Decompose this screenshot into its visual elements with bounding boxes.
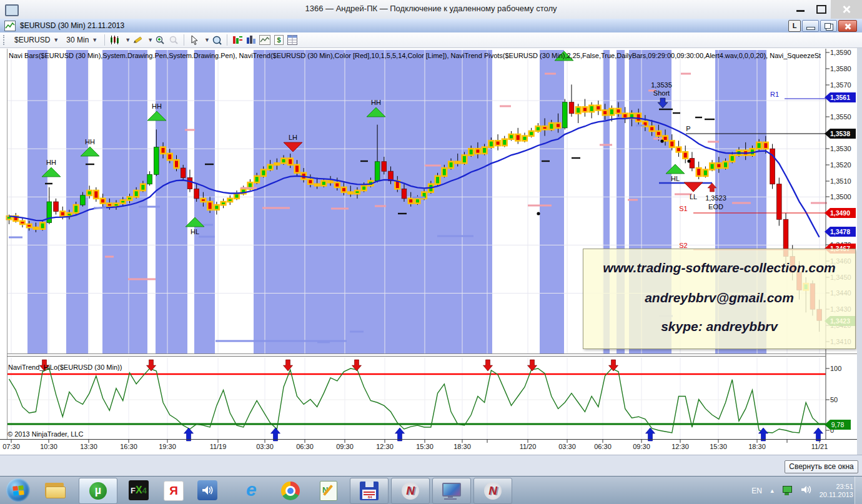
time-axis-label: 06:30: [594, 443, 612, 450]
clock-time: 23:51: [820, 483, 853, 491]
chevron-down-icon[interactable]: ▼: [147, 37, 153, 43]
link-button[interactable]: L: [788, 20, 801, 32]
notepad-plus-taskbar-icon[interactable]: N: [320, 481, 337, 501]
copyright-label: © 2013 NinjaTrader, LLC: [7, 430, 83, 438]
utorrent-icon: µ: [89, 482, 107, 500]
time-axis-label: 03:30: [558, 443, 576, 450]
price-axis-tick: 1,3510: [830, 177, 851, 185]
data-box-button[interactable]: [210, 34, 224, 46]
vendor-watermark: www.trading-software-collection.com andr…: [583, 249, 856, 349]
price-axis-tick: 1,3550: [830, 113, 851, 121]
time-axis-label: 09:30: [336, 443, 354, 450]
ninjatrader-taskbar-button[interactable]: N: [391, 478, 430, 504]
fx4-taskbar-icon[interactable]: FX4: [129, 480, 149, 500]
speaker-icon: [197, 480, 217, 500]
explorer-taskbar-icon[interactable]: [45, 483, 65, 498]
windows-logo-icon: [12, 485, 24, 496]
remote-desktop-screen: 1366 — Андрей-ПК — Подключение к удаленн…: [0, 0, 862, 504]
start-button[interactable]: [6, 478, 30, 502]
internet-explorer-taskbar-icon[interactable]: e: [246, 479, 257, 500]
rdp-titlebar: 1366 — Андрей-ПК — Подключение к удаленн…: [0, 0, 862, 19]
time-axis-label: 07:30: [2, 443, 20, 450]
system-tray: EN ▲ 23:51 20.11.2013: [751, 477, 853, 504]
time-axis-label: 11/21: [811, 443, 828, 450]
price-marker-1,3538: 1,3538: [825, 129, 856, 139]
ninjatrader2-taskbar-button[interactable]: N: [473, 478, 512, 504]
grid-table-button[interactable]: [285, 34, 299, 46]
time-axis-label: 18:30: [453, 443, 471, 450]
mini-chart-button[interactable]: [258, 34, 272, 46]
oscillator-panel-label: NaviTrend_HiLo($EURUSD (30 Min)): [8, 363, 122, 371]
ninjatrader-icon: N: [402, 482, 419, 500]
time-axis-label: 15:30: [710, 443, 727, 450]
watermark-skype: skype: andreybbrv: [583, 319, 855, 334]
rdp-maximize-button[interactable]: [811, 0, 831, 19]
svg-text:$: $: [277, 36, 280, 44]
time-axis-label: 06:30: [296, 443, 314, 450]
floppy-disk-icon: 64: [360, 482, 379, 500]
chart-restore-button[interactable]: [820, 20, 837, 32]
indicator-header: Navi Bars($EURUSD (30 Min),System.Drawin…: [9, 52, 821, 59]
rdp-minimize-button[interactable]: [791, 0, 811, 19]
toolbar-grip[interactable]: [3, 35, 7, 45]
yandex-taskbar-icon[interactable]: Я: [164, 481, 184, 501]
rdp-window-controls: [791, 0, 862, 19]
price-marker-1,3561: 1,3561: [825, 92, 856, 102]
instrument-dropdown[interactable]: $EURUSD ▼: [11, 34, 62, 46]
price-axis-tick: 1,3590: [830, 49, 851, 56]
volume-app-taskbar-icon[interactable]: [197, 480, 217, 500]
chart-style-button[interactable]: [108, 34, 122, 46]
toolbar-separator: [227, 34, 227, 46]
chart-minimize-button[interactable]: [802, 20, 819, 32]
oscillator-axis-tick: 50: [830, 396, 838, 403]
zoom-in-button[interactable]: [153, 34, 167, 46]
chevron-down-icon: ▼: [53, 37, 59, 43]
show-desktop-tooltip: Свернуть все окна: [785, 460, 858, 473]
taskbar: µ FX4 Я e N 64 N: [0, 476, 862, 504]
interval-dropdown[interactable]: 30 Min ▼: [62, 34, 101, 46]
network-tray-icon[interactable]: [783, 486, 793, 495]
save-tool-taskbar-button[interactable]: 64: [350, 478, 389, 504]
volume-tray-icon[interactable]: [801, 485, 812, 497]
watermark-url: www.trading-software-collection.com: [583, 260, 855, 275]
chart-trader-button[interactable]: [244, 34, 258, 46]
rdp-window-title: 1366 — Андрей-ПК — Подключение к удаленн…: [0, 4, 862, 13]
toolbar-separator: [184, 34, 184, 46]
yandex-icon: Я: [164, 481, 184, 501]
tray-expand-icon[interactable]: ▲: [770, 488, 775, 494]
folder-icon: [45, 483, 65, 498]
language-indicator[interactable]: EN: [751, 487, 762, 495]
clock[interactable]: 23:51 20.11.2013: [820, 483, 853, 499]
remote-app-taskbar-button[interactable]: [432, 478, 471, 504]
chart-window-title: $EURUSD (30 Min) 21.11.2013: [20, 21, 124, 30]
time-axis-label: 16:30: [120, 443, 137, 450]
toolbar-separator: [104, 34, 105, 46]
price-axis-tick: 1,3570: [830, 81, 851, 89]
chart-window-titlebar: $EURUSD (30 Min) 21.11.2013 L: [0, 19, 862, 33]
oscillator-axis-tick: 100: [830, 365, 841, 372]
chart-window-controls: L: [788, 20, 857, 32]
time-axis-label: 09:30: [633, 443, 650, 450]
zoom-out-button[interactable]: [167, 34, 181, 46]
price-axis-tick: 1,3520: [830, 161, 851, 169]
draw-tool-button[interactable]: [131, 34, 144, 46]
price-axis-tick: 1,3500: [830, 193, 851, 200]
chevron-down-icon[interactable]: ▼: [125, 37, 131, 43]
internet-explorer-icon: e: [246, 479, 257, 500]
show-desktop-button[interactable]: [855, 477, 862, 504]
notepad-icon: N: [320, 481, 337, 501]
cursor-tool-button[interactable]: [187, 34, 201, 46]
time-axis-label: 03:30: [256, 443, 274, 450]
chevron-down-icon[interactable]: ▼: [204, 37, 210, 43]
clock-date: 20.11.2013: [820, 491, 853, 499]
chart-close-button[interactable]: [838, 20, 857, 32]
price-axis-tick: 1,3530: [830, 145, 851, 152]
ninjatrader-icon: N: [484, 482, 502, 500]
time-axis-label: 18:30: [748, 443, 766, 450]
utorrent-taskbar-button[interactable]: µ: [79, 478, 117, 504]
price-axis-tick: 1,3580: [830, 65, 851, 72]
chrome-taskbar-icon[interactable]: [281, 482, 300, 500]
rdp-close-button[interactable]: [831, 0, 862, 19]
indicators-button[interactable]: [230, 34, 244, 46]
account-dollar-button[interactable]: $: [272, 34, 285, 46]
